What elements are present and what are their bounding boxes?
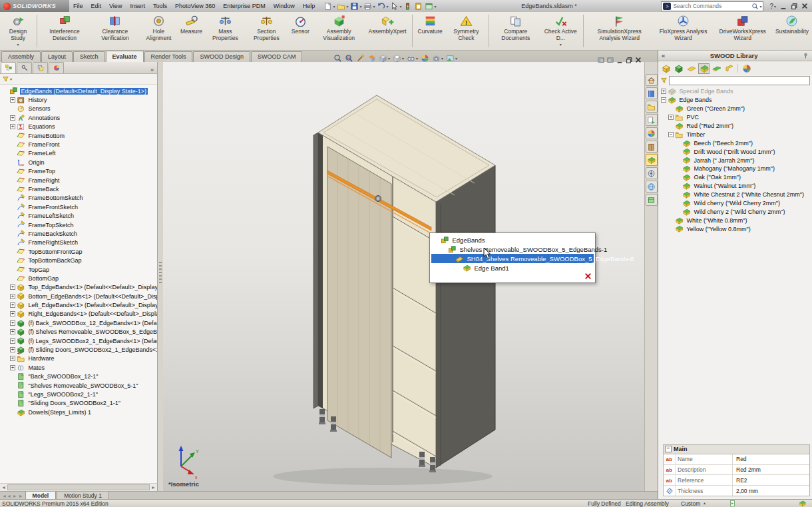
property-value[interactable]: 2,00 mm [733,488,809,494]
tree-item[interactable]: Red ("Red 2mm") [658,122,812,131]
ribbon-button-mass-properties[interactable]: Mass Properties [206,12,245,50]
search-icon[interactable] [751,3,759,10]
task-pane-tab-web[interactable] [646,181,658,193]
search-input[interactable] [671,3,751,9]
expand-toggle[interactable]: + [661,89,666,94]
view-cube-button[interactable]: ▾ [378,53,391,63]
save-button[interactable]: ▾ [349,1,362,11]
tree-item[interactable]: Yellow ("Yellow 0.8mm") [658,225,812,233]
section-view-button[interactable] [367,53,377,63]
menu-tools[interactable]: Tools [149,0,171,12]
expand-toggle[interactable]: + [10,356,15,361]
tree-item[interactable]: TopBottomBackGap [0,256,157,264]
traffic-light-button[interactable] [403,1,413,11]
tree-item[interactable]: Sensors [0,105,157,113]
tree-item[interactable]: Mahogany ("Mahogany 1mm") [658,165,812,173]
task-pane-tab-folder[interactable] [646,101,658,113]
tree-item[interactable]: "Sliding Doors_SWOODBox2_1-1" [0,399,157,408]
tree-item[interactable]: FrameLeftSketch [0,211,157,220]
restore-button[interactable] [789,3,799,9]
tree-item[interactable]: + Left_EdgeBands<1> (Default<<Default>_D… [0,300,157,309]
expand-toggle[interactable]: + [668,115,674,120]
expand-toggle[interactable]: + [10,329,15,334]
panel-tab-featuremanager[interactable] [1,62,16,73]
tree-item[interactable]: Green ("Green 2mm") [658,105,812,113]
tree-item[interactable]: Wild cherry ("Wild Cherry 2mm") [658,199,812,208]
tree-item[interactable]: FrameFront [0,140,157,149]
scroll-thumb[interactable] [7,484,150,490]
feature-tree-hscrollbar[interactable]: ◄ ► [0,483,157,491]
select-cursor-button[interactable]: ▾ [389,1,402,11]
scene-button[interactable]: ▾ [445,53,458,63]
tree-item[interactable]: FrameFrontSketch [0,203,157,211]
task-pane-tab-appearance-wheel[interactable] [646,127,658,139]
pane-left-button[interactable] [598,53,604,65]
tree-item[interactable]: FrameRightSketch [0,239,157,247]
tree-item[interactable]: + Annotations [0,113,157,122]
tree-item[interactable]: Origin [0,158,157,167]
library-filter-input[interactable] [669,76,810,85]
tree-item[interactable]: TopBottomFrontGap [0,247,157,256]
options-button[interactable]: ▾ [424,1,437,11]
property-row[interactable]: Name Red [664,454,809,465]
menu-view[interactable]: View [105,0,126,12]
pane-right-button[interactable] [607,53,614,65]
swood-filter-band-flat-button[interactable] [686,63,697,74]
property-row[interactable]: Thickness 2,00 mm [664,486,809,496]
swood-filter-comp-yellow-button[interactable] [660,63,672,74]
undo-button[interactable]: ▾ [376,1,389,11]
expand-toggle[interactable]: + [10,284,15,290]
zoom-area-button[interactable] [344,53,354,63]
close-button[interactable] [799,3,812,9]
task-pane-tab-panel[interactable] [646,194,658,206]
tree-item[interactable]: + Special Edge Bands [658,87,812,96]
tree-item[interactable]: "Legs_SWOODBox2_1-1" [0,390,157,398]
property-row[interactable]: Reference RE2 [664,475,809,486]
win-close-button[interactable] [635,53,642,65]
help-button[interactable]: ?▾ [767,3,778,10]
swood-filter-comp-green-button[interactable] [673,63,684,74]
tree-item[interactable]: + Equations [0,123,157,131]
tree-item[interactable]: + (f) Back_SWOODBox_12_EdgeBands<1> (Def… [0,318,157,327]
expand-toggle[interactable]: + [10,294,15,299]
ribbon-button-symmetry-check[interactable]: Symmetry Check [446,12,487,50]
swood-filter-band-corner-button[interactable] [723,63,735,74]
tree-item[interactable]: FrameBackSketch [0,229,157,238]
tree-item[interactable]: Dowels(Steps_Limits) 1 [0,408,157,416]
panel-tab-configurations[interactable] [33,62,48,73]
tree-item[interactable]: Drift Wood ("Drift Wood 1mm") [658,147,812,156]
popup-close-button[interactable] [584,270,592,282]
expand-toggle[interactable]: + [10,365,15,370]
tab-sketch[interactable]: Sketch [73,51,105,62]
task-pane-tab-cabinet[interactable] [646,141,658,153]
property-value[interactable]: Red [733,456,809,462]
tree-item[interactable]: Edge Band1 [431,263,594,272]
tree-item[interactable]: Beech ("Beech 2mm") [658,139,812,147]
task-pane-tab-cam[interactable] [646,167,658,179]
menu-enterprise-pdm[interactable]: Enterprise PDM [219,0,270,12]
tree-item[interactable]: FrameBottomSketch [0,194,157,203]
win-min-button[interactable] [616,53,623,65]
swood-filter-band-thin-button[interactable] [711,63,722,74]
menu-help[interactable]: Help [299,0,319,12]
ribbon-button-clearance-verification[interactable]: Clearance Verification [90,12,140,50]
clipboard-button[interactable] [413,1,423,11]
tree-item[interactable]: + (f) Legs_SWOODBox2_1_EdgeBands<1> (Def… [0,336,157,345]
scroll-left-icon[interactable]: ◄ [1,485,6,490]
tab-render-tools[interactable]: Render Tools [144,51,193,62]
tree-item[interactable]: + Bottom_EdgeBands<1> (Default<<Default>… [0,292,157,300]
pin-icon[interactable] [799,52,812,60]
win-restore-button[interactable] [626,53,632,65]
property-row[interactable]: Description Red 2mm [664,465,809,476]
ribbon-button-check-active-d-[interactable]: Check Active D... ▾ [540,12,581,50]
graphics-viewport[interactable]: Y x *Isometric EdgeBands Shelves Removea… [163,62,644,491]
task-pane-tab-home[interactable] [646,74,658,86]
swood-filter-appearance-wheel-button[interactable] [741,63,752,74]
expand-toggle[interactable]: + [10,97,15,103]
tab-assembly[interactable]: Assembly [1,51,41,62]
expand-toggle[interactable]: + [10,320,15,326]
tree-item[interactable]: − Timber [658,130,812,139]
property-value[interactable]: RE2 [733,477,809,484]
panel-splitter[interactable] [158,62,163,491]
status-units[interactable]: Custom [681,500,700,507]
